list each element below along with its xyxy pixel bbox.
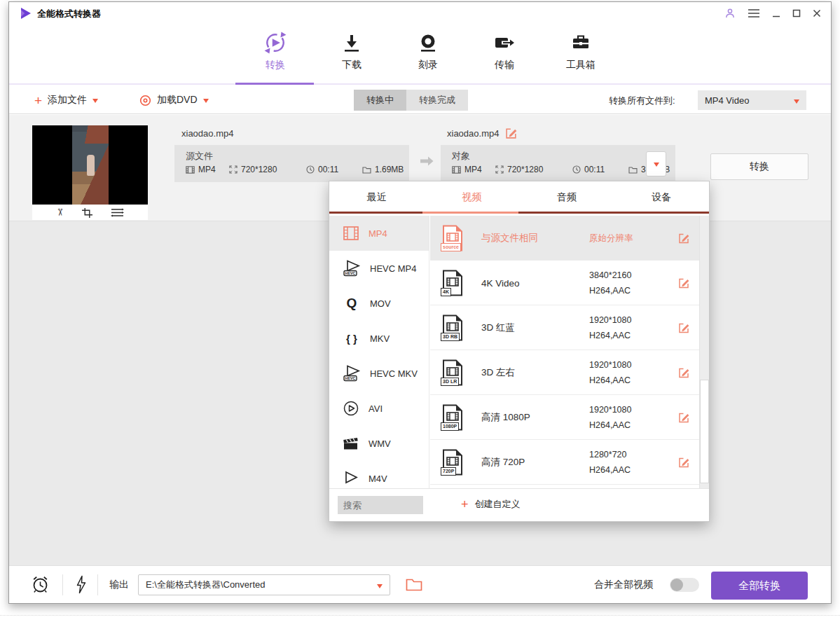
format-item-mp4[interactable]: MP4 xyxy=(329,216,429,251)
preset-resolution: 3840*2160 xyxy=(589,268,631,283)
format-badge: source xyxy=(441,243,461,251)
nav-label: 传输 xyxy=(476,59,532,71)
clock-icon xyxy=(572,165,581,174)
chevron-down-icon xyxy=(377,584,383,591)
open-folder-icon[interactable] xyxy=(406,578,422,591)
app-title: 全能格式转换器 xyxy=(37,8,101,20)
preset-resolution: 原始分辨率 xyxy=(589,232,633,244)
popup-tab-device[interactable]: 设备 xyxy=(614,181,710,214)
preset-row-4k[interactable]: 4K 4K Video 3840*2160 H264,AAC xyxy=(430,261,699,305)
convert-all-button[interactable]: 全部转换 xyxy=(711,572,808,600)
preset-doc-icon: 720P xyxy=(442,449,463,476)
target-filename: xiaodao.mp4 xyxy=(447,127,518,139)
main-nav: 转换 下载 刻录 传输 xyxy=(9,23,831,85)
format-item-m4v[interactable]: M4V xyxy=(329,461,429,488)
target-info-box: 对象 MP4 720*1280 00:11 xyxy=(441,145,675,182)
preset-codec: H264,AAC xyxy=(589,283,631,298)
chevron-down-icon xyxy=(92,99,98,106)
crop-icon[interactable] xyxy=(82,207,92,218)
target-format: MP4 xyxy=(464,165,482,174)
account-icon[interactable] xyxy=(724,8,736,19)
chevron-down-icon xyxy=(654,163,659,170)
close-icon[interactable] xyxy=(813,9,821,18)
preset-doc-icon: 3D LR xyxy=(442,359,463,386)
format-badge: 3D RB xyxy=(441,333,460,341)
convert-all-to-label: 转换所有文件到: xyxy=(609,95,675,107)
preset-name: 3D 左右 xyxy=(481,366,515,379)
preset-scrollbar[interactable] xyxy=(699,216,709,488)
titlebar: 全能格式转换器 xyxy=(9,2,831,23)
edit-icon[interactable] xyxy=(678,456,690,468)
format-item-mkv[interactable]: { } MKV xyxy=(329,321,429,356)
folder-icon xyxy=(362,166,371,174)
rename-edit-icon[interactable] xyxy=(505,127,518,139)
source-resolution: 720*1280 xyxy=(241,165,277,174)
source-format: MP4 xyxy=(198,165,216,174)
nav-tab-transfer[interactable]: 传输 xyxy=(476,32,532,71)
target-format-dropdown-button[interactable] xyxy=(646,151,666,177)
preset-list: source 与源文件相同 原始分辨率 4K 4K Video 384 xyxy=(430,216,699,488)
format-badge: 1080P xyxy=(441,422,459,431)
global-output-format-select[interactable]: MP4 Video xyxy=(698,90,806,110)
edit-icon[interactable] xyxy=(678,277,690,289)
format-item-wmv[interactable]: WMV xyxy=(329,426,429,461)
scrollbar-thumb[interactable] xyxy=(700,380,709,483)
popup-tab-video[interactable]: 视频 xyxy=(425,181,520,214)
svg-text:HEVC: HEVC xyxy=(345,376,356,380)
trim-icon[interactable]: ✂ xyxy=(55,208,64,216)
video-thumbnail[interactable] xyxy=(32,125,148,205)
target-title: 对象 xyxy=(452,150,470,163)
output-path-select[interactable]: E:\全能格式转换器\Converted xyxy=(138,574,390,595)
merge-videos-toggle[interactable] xyxy=(670,578,699,592)
active-tab-underline xyxy=(235,83,314,85)
nav-tab-burn[interactable]: 刻录 xyxy=(400,32,456,71)
tab-converting[interactable]: 转换中 xyxy=(354,90,406,111)
effects-sliders-icon[interactable] xyxy=(111,207,124,218)
preset-row-3d-lr[interactable]: 3D LR 3D 左右 1920*1080 H264,AAC xyxy=(430,350,699,395)
film-icon xyxy=(452,166,461,174)
format-item-hevc-mp4[interactable]: HEVC HEVC MP4 xyxy=(329,251,429,286)
quicktime-q-icon: Q xyxy=(343,296,361,311)
edit-icon[interactable] xyxy=(678,322,690,333)
format-search-input[interactable] xyxy=(338,496,423,514)
tab-finished[interactable]: 转换完成 xyxy=(406,90,468,111)
preset-codec: H264,AAC xyxy=(589,373,631,388)
format-badge: 3D LR xyxy=(441,378,459,386)
minimize-icon[interactable] xyxy=(772,9,780,18)
preset-codec: H264,AAC xyxy=(589,328,631,343)
high-speed-bolt-icon[interactable] xyxy=(75,575,87,594)
format-item-hevc-mkv[interactable]: HEVC HEVC MKV xyxy=(329,356,429,391)
menu-icon[interactable] xyxy=(748,8,760,18)
preset-doc-icon: 1080P xyxy=(442,404,463,431)
preset-row-720p[interactable]: 720P 高清 720P 1280*720 H264,AAC xyxy=(430,440,699,485)
format-item-avi[interactable]: AVI xyxy=(329,391,429,426)
preset-row-source[interactable]: source 与源文件相同 原始分辨率 xyxy=(430,216,699,261)
popup-footer: + 创建自定义 xyxy=(329,488,709,521)
add-files-button[interactable]: + 添加文件 xyxy=(34,86,98,114)
format-item-mov[interactable]: Q MOV xyxy=(329,286,429,321)
preset-name: 高清 1080P xyxy=(481,411,530,424)
app-window: 全能格式转换器 xyxy=(8,1,832,604)
resize-icon xyxy=(229,165,237,174)
edit-icon[interactable] xyxy=(678,411,690,423)
nav-tab-download[interactable]: 下载 xyxy=(324,32,380,71)
create-custom-button[interactable]: + 创建自定义 xyxy=(461,498,521,511)
convert-button[interactable]: 转换 xyxy=(710,153,808,180)
preset-row-1080p[interactable]: 1080P 高清 1080P 1920*1080 H264,AAC xyxy=(430,395,699,440)
schedule-alarm-icon[interactable] xyxy=(31,575,50,594)
edit-icon[interactable] xyxy=(678,366,690,378)
preset-name: 4K Video xyxy=(481,277,520,288)
nav-tab-convert[interactable]: 转换 xyxy=(247,32,303,71)
maximize-icon[interactable] xyxy=(792,9,801,18)
download-icon xyxy=(324,32,380,54)
popup-tab-recent[interactable]: 最近 xyxy=(329,181,425,214)
divider xyxy=(97,574,98,595)
clock-icon xyxy=(306,165,315,174)
popup-tab-audio[interactable]: 音频 xyxy=(519,181,614,214)
nav-label: 下载 xyxy=(324,59,380,71)
edit-icon[interactable] xyxy=(678,232,690,244)
load-dvd-button[interactable]: 加载DVD xyxy=(139,86,209,114)
preset-row-3d-rb[interactable]: 3D RB 3D 红蓝 1920*1080 H264,AAC xyxy=(430,305,699,350)
nav-tab-toolbox[interactable]: 工具箱 xyxy=(553,32,609,71)
popup-active-tab-underline xyxy=(422,212,518,214)
